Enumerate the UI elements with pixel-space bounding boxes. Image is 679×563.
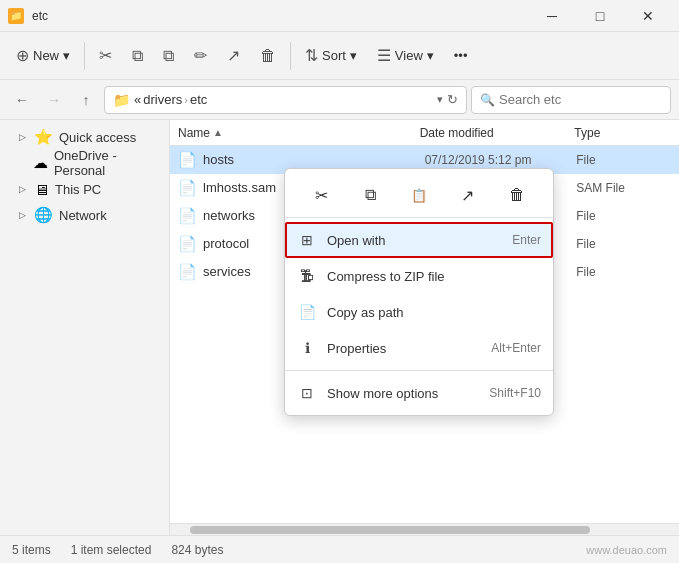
ctx-share-icon: ↗ bbox=[461, 186, 474, 205]
file-icon: 📄 bbox=[178, 207, 197, 225]
copy-icon: ⧉ bbox=[132, 47, 143, 65]
cut-button[interactable]: ✂ bbox=[91, 38, 120, 74]
ctx-more-options-shortcut: Shift+F10 bbox=[489, 386, 541, 400]
view-button[interactable]: ☰ View ▾ bbox=[369, 38, 442, 74]
ctx-properties-shortcut: Alt+Enter bbox=[491, 341, 541, 355]
sidebar-icon-onedrive: ☁ bbox=[33, 154, 48, 172]
cut-icon: ✂ bbox=[99, 46, 112, 65]
ctx-more-options-item[interactable]: ⊡ Show more options Shift+F10 bbox=[285, 375, 553, 411]
view-icon: ☰ bbox=[377, 46, 391, 65]
refresh-icon[interactable]: ↻ bbox=[447, 92, 458, 107]
ctx-share-button[interactable]: ↗ bbox=[452, 179, 484, 211]
file-icon: 📄 bbox=[178, 263, 197, 281]
address-path: « drivers › etc bbox=[134, 92, 433, 107]
sidebar-label-this-pc: This PC bbox=[55, 182, 101, 197]
ctx-copy-path-icon: 📄 bbox=[297, 302, 317, 322]
view-label: View bbox=[395, 48, 423, 63]
col-header-name[interactable]: Name ▲ bbox=[178, 126, 420, 140]
minimize-button[interactable]: ─ bbox=[529, 0, 575, 32]
search-bar[interactable]: 🔍 bbox=[471, 86, 671, 114]
ctx-compress-label: Compress to ZIP file bbox=[327, 269, 531, 284]
window-title: etc bbox=[32, 9, 529, 23]
paste-button[interactable]: ⧉ bbox=[155, 38, 182, 74]
ctx-paste-button[interactable]: 📋 bbox=[403, 179, 435, 211]
close-button[interactable]: ✕ bbox=[625, 0, 671, 32]
sidebar-label-onedrive: OneDrive - Personal bbox=[54, 148, 161, 178]
context-menu: ✂ ⧉ 📋 ↗ 🗑 ⊞ Open with Enter 🗜 Compress t… bbox=[284, 168, 554, 416]
view-chevron: ▾ bbox=[427, 48, 434, 63]
ctx-delete-icon: 🗑 bbox=[509, 186, 525, 204]
file-type: File bbox=[576, 265, 671, 279]
sidebar-icon-quick-access: ⭐ bbox=[34, 128, 53, 146]
file-name: hosts bbox=[203, 152, 425, 167]
nav-bar: ← → ↑ 📁 « drivers › etc ▾ ↻ 🔍 bbox=[0, 80, 679, 120]
more-icon: ••• bbox=[454, 48, 468, 63]
new-button[interactable]: ⊕ New ▾ bbox=[8, 38, 78, 74]
forward-icon: → bbox=[47, 92, 61, 108]
ctx-compress-item[interactable]: 🗜 Compress to ZIP file bbox=[285, 258, 553, 294]
address-chevron-icon: ▾ bbox=[437, 93, 443, 106]
sort-label: Sort bbox=[322, 48, 346, 63]
toolbar: ⊕ New ▾ ✂ ⧉ ⧉ ✏ ↗ 🗑 ⇅ Sort ▾ ☰ View ▾ ••… bbox=[0, 32, 679, 80]
ctx-properties-label: Properties bbox=[327, 341, 481, 356]
status-size: 824 bytes bbox=[171, 543, 223, 557]
window-icon: 📁 bbox=[8, 8, 24, 24]
sidebar-expander-quick-access: ▷ bbox=[16, 131, 28, 143]
delete-button[interactable]: 🗑 bbox=[252, 38, 284, 74]
sidebar-expander-onedrive bbox=[16, 157, 27, 169]
sort-button[interactable]: ⇅ Sort ▾ bbox=[297, 38, 365, 74]
sort-icon: ⇅ bbox=[305, 46, 318, 65]
search-input[interactable] bbox=[499, 92, 662, 107]
ctx-paste-icon: 📋 bbox=[411, 188, 427, 203]
status-count: 5 items bbox=[12, 543, 51, 557]
toolbar-separator-2 bbox=[290, 42, 291, 70]
address-bar[interactable]: 📁 « drivers › etc ▾ ↻ bbox=[104, 86, 467, 114]
file-icon: 📄 bbox=[178, 151, 197, 169]
forward-button[interactable]: → bbox=[40, 86, 68, 114]
ctx-properties-item[interactable]: ℹ Properties Alt+Enter bbox=[285, 330, 553, 366]
status-selected: 1 item selected bbox=[71, 543, 152, 557]
toolbar-separator-1 bbox=[84, 42, 85, 70]
ctx-open-with-icon: ⊞ bbox=[297, 230, 317, 250]
file-list-header: Name ▲ Date modified Type bbox=[170, 120, 679, 146]
sidebar-icon-network: 🌐 bbox=[34, 206, 53, 224]
ctx-delete-button[interactable]: 🗑 bbox=[501, 179, 533, 211]
sidebar-item-this-pc[interactable]: ▷ 🖥 This PC bbox=[0, 176, 169, 202]
copy-button[interactable]: ⧉ bbox=[124, 38, 151, 74]
path-separator: › bbox=[184, 94, 188, 106]
sidebar-item-onedrive[interactable]: ☁ OneDrive - Personal bbox=[0, 150, 169, 176]
sidebar-item-network[interactable]: ▷ 🌐 Network bbox=[0, 202, 169, 228]
rename-icon: ✏ bbox=[194, 46, 207, 65]
horizontal-scrollbar[interactable] bbox=[170, 523, 679, 535]
scrollbar-thumb[interactable] bbox=[190, 526, 590, 534]
ctx-copy-icon: ⧉ bbox=[365, 186, 376, 204]
sidebar-icon-this-pc: 🖥 bbox=[34, 181, 49, 198]
col-sort-arrow: ▲ bbox=[213, 127, 223, 138]
share-button[interactable]: ↗ bbox=[219, 38, 248, 74]
delete-icon: 🗑 bbox=[260, 47, 276, 65]
up-icon: ↑ bbox=[83, 92, 90, 108]
col-header-type[interactable]: Type bbox=[574, 126, 671, 140]
col-header-date[interactable]: Date modified bbox=[420, 126, 575, 140]
ctx-copy-path-item[interactable]: 📄 Copy as path bbox=[285, 294, 553, 330]
ctx-open-with-item[interactable]: ⊞ Open with Enter bbox=[285, 222, 553, 258]
rename-button[interactable]: ✏ bbox=[186, 38, 215, 74]
sidebar: ▷ ⭐ Quick access ☁ OneDrive - Personal ▷… bbox=[0, 120, 170, 535]
status-bar: 5 items 1 item selected 824 bytes www.de… bbox=[0, 535, 679, 563]
paste-icon: ⧉ bbox=[163, 47, 174, 65]
restore-button[interactable]: □ bbox=[577, 0, 623, 32]
file-type: SAM File bbox=[576, 181, 671, 195]
ctx-cut-button[interactable]: ✂ bbox=[305, 179, 337, 211]
back-button[interactable]: ← bbox=[8, 86, 36, 114]
up-button[interactable]: ↑ bbox=[72, 86, 100, 114]
more-button[interactable]: ••• bbox=[446, 38, 476, 74]
sidebar-item-quick-access[interactable]: ▷ ⭐ Quick access bbox=[0, 124, 169, 150]
window-controls: ─ □ ✕ bbox=[529, 0, 671, 32]
share-icon: ↗ bbox=[227, 46, 240, 65]
sort-chevron: ▾ bbox=[350, 48, 357, 63]
file-type: File bbox=[576, 153, 671, 167]
col-type-label: Type bbox=[574, 126, 600, 140]
ctx-properties-icon: ℹ bbox=[297, 338, 317, 358]
ctx-copy-button[interactable]: ⧉ bbox=[354, 179, 386, 211]
sidebar-label-network: Network bbox=[59, 208, 107, 223]
